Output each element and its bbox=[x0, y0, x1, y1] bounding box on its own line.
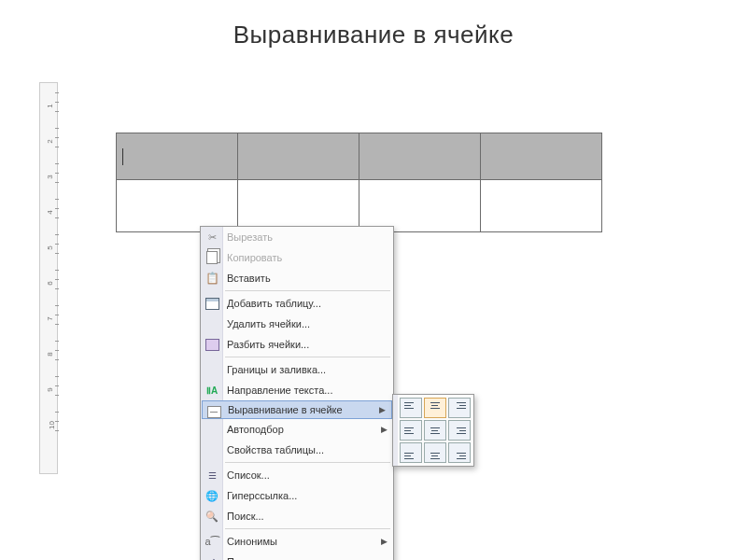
menu-separator bbox=[225, 357, 390, 357]
menu-item-label: Вырезать bbox=[227, 231, 388, 243]
menu-item-copy: Копировать bbox=[201, 247, 393, 268]
table-canvas bbox=[116, 133, 602, 232]
submenu-icon-column bbox=[393, 395, 398, 466]
menu-item-label: Автоподбор bbox=[227, 424, 381, 435]
align-icon bbox=[206, 404, 221, 419]
trans2-icon bbox=[204, 534, 219, 549]
menu-item-list[interactable]: Список... bbox=[201, 465, 393, 485]
menu-item-label: Синонимы bbox=[227, 536, 381, 547]
align-glyph-icon bbox=[428, 401, 443, 414]
vertical-ruler: 12345678910 bbox=[39, 82, 58, 474]
ruler-number: 7 bbox=[46, 316, 54, 320]
ruler-number: 2 bbox=[46, 139, 54, 143]
ruler-number: 10 bbox=[48, 421, 56, 429]
menu-item-label: Перевод bbox=[227, 556, 388, 560]
menu-item-borders[interactable]: Границы и заливка... bbox=[201, 359, 393, 380]
menu-item-label: Список... bbox=[227, 469, 388, 481]
submenu-arrow-icon: ▶ bbox=[381, 537, 388, 546]
align-glyph-icon bbox=[403, 446, 418, 459]
menu-item-del-cells[interactable]: Удалить ячейки... bbox=[201, 314, 393, 334]
menu-item-label: Границы и заливка... bbox=[227, 364, 388, 375]
cell-alignment-submenu bbox=[392, 394, 474, 467]
menu-item-insert-tbl[interactable]: Добавить таблицу... bbox=[201, 293, 393, 314]
table-cell[interactable] bbox=[359, 180, 481, 232]
menu-item-label: Разбить ячейки... bbox=[227, 339, 388, 350]
word-table[interactable] bbox=[116, 133, 602, 232]
menu-item-autofit[interactable]: Автоподбор▶ bbox=[201, 419, 393, 440]
cut-icon bbox=[204, 230, 219, 245]
text-cursor bbox=[122, 148, 123, 165]
table-cell[interactable] bbox=[481, 133, 602, 180]
menu-item-label: Добавить таблицу... bbox=[227, 298, 388, 309]
menu-item-label: Копировать bbox=[227, 252, 388, 263]
menu-item-tbl-props[interactable]: Свойства таблицы... bbox=[201, 440, 393, 460]
list-icon bbox=[204, 468, 219, 483]
trans-icon bbox=[204, 554, 219, 560]
align-middle-right[interactable] bbox=[448, 420, 471, 441]
align-top-center[interactable] bbox=[424, 398, 446, 418]
ruler-number: 3 bbox=[46, 175, 54, 178]
menu-separator bbox=[225, 290, 390, 291]
table-cell[interactable] bbox=[481, 180, 602, 232]
align-glyph-icon bbox=[452, 401, 467, 414]
align-glyph-icon bbox=[452, 446, 467, 459]
menu-item-hyperlink[interactable]: Гиперссылка... bbox=[201, 485, 393, 506]
menu-item-label: Свойства таблицы... bbox=[227, 444, 388, 455]
menu-item-label: Гиперссылка... bbox=[227, 490, 388, 501]
ruler-number: 6 bbox=[46, 281, 54, 285]
submenu-arrow-icon: ▶ bbox=[379, 405, 386, 414]
align-bottom-right[interactable] bbox=[448, 442, 471, 463]
menu-item-paste[interactable]: Вставить bbox=[201, 268, 393, 288]
menu-item-label: Вставить bbox=[227, 273, 388, 284]
menu-item-find[interactable]: Поиск... bbox=[201, 506, 393, 526]
menu-item-text-dir[interactable]: Направление текста... bbox=[201, 380, 393, 400]
addtbl-icon bbox=[204, 296, 219, 311]
menu-item-label: Выравнивание в ячейке bbox=[228, 404, 379, 415]
align-glyph-icon bbox=[428, 424, 443, 437]
align-top-left[interactable] bbox=[400, 398, 422, 418]
align-bottom-center[interactable] bbox=[424, 442, 446, 463]
menu-item-label: Направление текста... bbox=[227, 385, 388, 396]
align-bottom-left[interactable] bbox=[400, 442, 422, 463]
menu-separator bbox=[225, 462, 390, 463]
menu-item-label: Поиск... bbox=[227, 511, 388, 522]
table-cell[interactable] bbox=[359, 133, 481, 180]
menu-item-translate[interactable]: Перевод bbox=[201, 552, 393, 560]
table-cell[interactable] bbox=[238, 180, 359, 232]
align-glyph-icon bbox=[428, 446, 443, 459]
link-icon bbox=[204, 488, 219, 503]
table-cell[interactable] bbox=[238, 133, 359, 180]
submenu-arrow-icon: ▶ bbox=[381, 425, 388, 434]
menu-item-split[interactable]: Разбить ячейки... bbox=[201, 334, 393, 355]
ruler-number: 5 bbox=[46, 245, 54, 249]
align-middle-center[interactable] bbox=[424, 420, 446, 441]
find-icon bbox=[204, 509, 219, 524]
menu-item-cut: Вырезать bbox=[201, 227, 393, 247]
align-glyph-icon bbox=[452, 424, 467, 437]
align-middle-left[interactable] bbox=[400, 420, 422, 441]
table-cell[interactable] bbox=[117, 180, 238, 232]
copy-icon bbox=[204, 250, 219, 265]
split-icon bbox=[204, 337, 219, 352]
ruler-number: 4 bbox=[46, 210, 54, 214]
document-area: 12345678910 ВырезатьКопироватьВставитьДо… bbox=[39, 82, 728, 532]
align-glyph-icon bbox=[403, 424, 418, 437]
context-menu: ВырезатьКопироватьВставитьДобавить табли… bbox=[200, 226, 394, 560]
txtdir-icon bbox=[204, 383, 219, 398]
table-cell[interactable] bbox=[117, 133, 238, 180]
ruler-number: 8 bbox=[46, 352, 54, 356]
align-glyph-icon bbox=[403, 401, 418, 414]
paste-icon bbox=[204, 271, 219, 286]
ruler-number: 1 bbox=[46, 104, 54, 107]
menu-item-cell-align[interactable]: Выравнивание в ячейке▶ bbox=[202, 400, 392, 419]
slide-title: Выравнивание в ячейке bbox=[0, 0, 747, 64]
table-row[interactable] bbox=[117, 180, 602, 232]
align-top-right[interactable] bbox=[448, 398, 471, 418]
menu-item-synonyms[interactable]: Синонимы▶ bbox=[201, 531, 393, 552]
menu-separator bbox=[225, 528, 390, 529]
ruler-number: 9 bbox=[46, 387, 54, 391]
menu-item-label: Удалить ячейки... bbox=[227, 318, 388, 329]
table-row[interactable] bbox=[117, 133, 602, 180]
